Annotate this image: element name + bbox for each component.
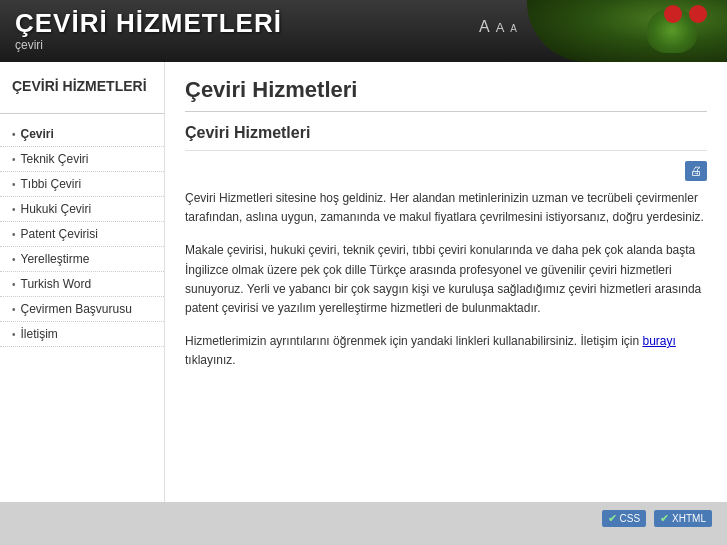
content-divider xyxy=(185,150,707,151)
sidebar-item-5[interactable]: •Yerelleştirme xyxy=(0,247,164,272)
sidebar-bullet-4: • xyxy=(12,229,16,240)
css-badge[interactable]: ✔ CSS xyxy=(602,510,647,527)
sidebar-bullet-2: • xyxy=(12,179,16,190)
section-title: Çeviri Hizmetleri xyxy=(185,124,707,142)
main-content: Çeviri Hizmetleri Çeviri Hizmetleri Çevi… xyxy=(165,62,727,502)
contact-link[interactable]: burayı xyxy=(642,334,675,348)
sidebar-bullet-8: • xyxy=(12,329,16,340)
content-paragraph-1: Çeviri Hizmetleri sitesine hoş geldiniz.… xyxy=(185,189,707,227)
sidebar-item-label-7: Çevirmen Başvurusu xyxy=(21,302,132,316)
sidebar-item-label-3: Hukuki Çeviri xyxy=(21,202,92,216)
contact-intro-text: Hizmetlerimizin ayrıntılarını öğrenmek i… xyxy=(185,334,642,348)
font-small-button[interactable]: A xyxy=(510,23,517,34)
sidebar-item-label-6: Turkish Word xyxy=(21,277,92,291)
header-decoration xyxy=(527,0,727,62)
sidebar-bullet-1: • xyxy=(12,154,16,165)
sidebar-nav: •Çeviri•Teknik Çeviri•Tıbbi Çeviri•Hukuk… xyxy=(0,122,164,347)
site-subtitle: çeviri xyxy=(15,38,43,52)
sidebar-bullet-3: • xyxy=(12,204,16,215)
content-paragraph-2: Makale çevirisi, hukuki çeviri, teknik ç… xyxy=(185,241,707,318)
xhtml-check-icon: ✔ xyxy=(660,512,669,525)
sidebar-bullet-5: • xyxy=(12,254,16,265)
sidebar-item-label-1: Teknik Çeviri xyxy=(21,152,89,166)
sidebar-item-2[interactable]: •Tıbbi Çeviri xyxy=(0,172,164,197)
font-medium-button[interactable]: A xyxy=(496,20,505,35)
page-title: Çeviri Hizmetleri xyxy=(185,77,707,112)
print-button[interactable] xyxy=(685,161,707,181)
sidebar-title: ÇEVİRİ HİZMETLERİ xyxy=(0,77,164,105)
sidebar-item-7[interactable]: •Çevirmen Başvurusu xyxy=(0,297,164,322)
css-badge-label: CSS xyxy=(620,513,641,524)
header: ÇEVİRİ HİZMETLERİ çeviri A A A xyxy=(0,0,727,62)
page-layout: ÇEVİRİ HİZMETLERİ •Çeviri•Teknik Çeviri•… xyxy=(0,62,727,502)
sidebar-item-0[interactable]: •Çeviri xyxy=(0,122,164,147)
site-title: ÇEVİRİ HİZMETLERİ xyxy=(15,8,282,39)
sidebar-item-label-5: Yerelleştirme xyxy=(21,252,90,266)
sidebar-item-1[interactable]: •Teknik Çeviri xyxy=(0,147,164,172)
sidebar: ÇEVİRİ HİZMETLERİ •Çeviri•Teknik Çeviri•… xyxy=(0,62,165,502)
footer: ✔ CSS ✔ XHTML xyxy=(0,502,727,535)
content-paragraph-3: Hizmetlerimizin ayrıntılarını öğrenmek i… xyxy=(185,332,707,370)
xhtml-badge[interactable]: ✔ XHTML xyxy=(654,510,712,527)
sidebar-item-label-4: Patent Çevirisi xyxy=(21,227,98,241)
font-size-controls: A A A xyxy=(479,18,517,36)
sidebar-item-label-0: Çeviri xyxy=(21,127,54,141)
sidebar-divider xyxy=(0,113,164,114)
sidebar-item-label-8: İletişim xyxy=(21,327,58,341)
css-check-icon: ✔ xyxy=(608,512,617,525)
sidebar-item-8[interactable]: •İletişim xyxy=(0,322,164,347)
sidebar-item-6[interactable]: •Turkish Word xyxy=(0,272,164,297)
sidebar-bullet-0: • xyxy=(12,129,16,140)
sidebar-item-4[interactable]: •Patent Çevirisi xyxy=(0,222,164,247)
print-bar xyxy=(185,161,707,181)
font-large-button[interactable]: A xyxy=(479,18,490,36)
sidebar-bullet-6: • xyxy=(12,279,16,290)
sidebar-item-3[interactable]: •Hukuki Çeviri xyxy=(0,197,164,222)
contact-suffix-text: tıklayınız. xyxy=(185,353,236,367)
xhtml-badge-label: XHTML xyxy=(672,513,706,524)
sidebar-item-label-2: Tıbbi Çeviri xyxy=(21,177,82,191)
sidebar-bullet-7: • xyxy=(12,304,16,315)
